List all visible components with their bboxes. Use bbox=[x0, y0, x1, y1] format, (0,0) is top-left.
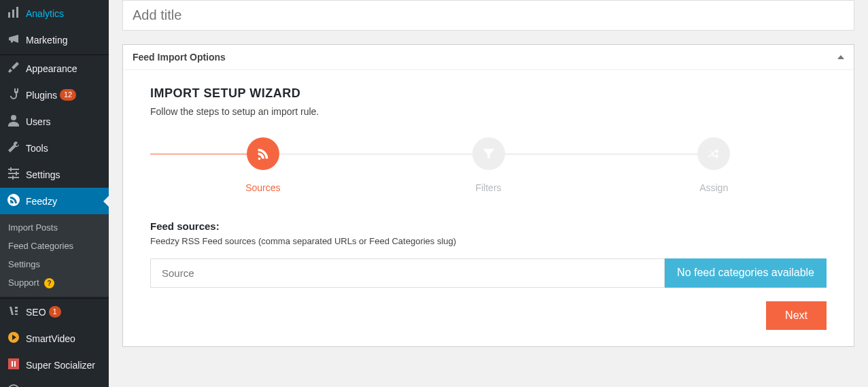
menu-item-marketing[interactable]: Marketing bbox=[0, 27, 109, 53]
admin-sidebar: AnalyticsMarketingAppearancePlugins12Use… bbox=[0, 0, 109, 387]
menu-item-smartvideo[interactable]: SmartVideo bbox=[0, 325, 109, 352]
menu-item-collapse-menu[interactable]: Collapse menu bbox=[0, 378, 109, 387]
title-input[interactable] bbox=[122, 0, 854, 31]
menu-label: Users bbox=[26, 116, 51, 127]
feed-import-panel: Feed Import Options IMPORT SETUP WIZARD … bbox=[122, 44, 854, 347]
submenu-item-settings[interactable]: Settings bbox=[0, 255, 109, 273]
wizard-steps: SourcesFiltersAssign bbox=[150, 137, 827, 193]
panel-body: IMPORT SETUP WIZARD Follow the steps to … bbox=[123, 70, 854, 346]
svg-point-3 bbox=[11, 115, 16, 120]
badge: 12 bbox=[60, 89, 76, 101]
menu-item-users[interactable]: Users bbox=[0, 108, 109, 135]
svg-rect-7 bbox=[10, 167, 12, 171]
funnel-icon bbox=[472, 137, 505, 170]
svg-rect-1 bbox=[12, 10, 14, 18]
menu-label: Tools bbox=[26, 143, 48, 154]
no-categories-button[interactable]: No feed categories available bbox=[665, 258, 827, 288]
caret-up-icon bbox=[837, 55, 844, 59]
svg-rect-0 bbox=[8, 12, 10, 18]
svg-rect-5 bbox=[8, 173, 19, 174]
menu-label: Marketing bbox=[26, 35, 67, 46]
feed-sources-subtitle: Feedzy RSS Feed sources (comma separated… bbox=[150, 236, 827, 246]
feedzy-icon bbox=[7, 193, 26, 209]
plug-icon bbox=[7, 87, 26, 103]
wrench-icon bbox=[7, 140, 26, 156]
submenu-item-support[interactable]: Support ? bbox=[0, 273, 109, 292]
svg-rect-2 bbox=[16, 7, 18, 18]
smartvideo-icon bbox=[7, 331, 26, 346]
svg-rect-8 bbox=[16, 171, 17, 175]
menu-label: Feedzy bbox=[26, 196, 57, 207]
step-label: Sources bbox=[245, 182, 280, 193]
menu-label: Appearance bbox=[26, 63, 77, 74]
svg-rect-4 bbox=[8, 169, 19, 170]
menu-item-appearance[interactable]: Appearance bbox=[0, 55, 109, 82]
menu-item-plugins[interactable]: Plugins12 bbox=[0, 82, 109, 108]
wizard-title: IMPORT SETUP WIZARD bbox=[150, 86, 827, 101]
menu-label: SEO bbox=[26, 307, 46, 318]
collapse-icon bbox=[7, 384, 26, 387]
step-assign[interactable]: Assign bbox=[601, 137, 827, 193]
sliders-icon bbox=[7, 167, 26, 182]
menu-label: SmartVideo bbox=[26, 333, 75, 344]
shuffle-icon bbox=[697, 137, 730, 170]
step-label: Filters bbox=[475, 182, 501, 193]
brush-icon bbox=[7, 61, 26, 76]
next-button[interactable]: Next bbox=[766, 301, 827, 330]
badge: 1 bbox=[49, 306, 61, 318]
menu-label: Settings bbox=[26, 169, 60, 180]
menu-label: Super Socializer bbox=[26, 360, 95, 371]
step-sources[interactable]: Sources bbox=[150, 137, 376, 193]
menu-label: Plugins bbox=[26, 90, 57, 101]
wizard-subtitle: Follow the steps to setup an import rule… bbox=[150, 106, 827, 117]
menu-item-tools[interactable]: Tools bbox=[0, 135, 109, 161]
step-filters[interactable]: Filters bbox=[376, 137, 602, 193]
menu-item-super-socializer[interactable]: Super Socializer bbox=[0, 352, 109, 378]
rss-icon bbox=[247, 137, 279, 170]
source-row: No feed categories available bbox=[150, 258, 827, 288]
menu-item-seo[interactable]: SEO1 bbox=[0, 299, 109, 325]
svg-rect-12 bbox=[8, 358, 19, 369]
submenu-item-import-posts[interactable]: Import Posts bbox=[0, 218, 109, 237]
socializer-icon bbox=[7, 357, 26, 373]
feed-sources-title: Feed sources: bbox=[150, 220, 827, 232]
source-input[interactable] bbox=[150, 258, 665, 288]
menu-label: Analytics bbox=[26, 8, 64, 19]
menu-item-settings[interactable]: Settings bbox=[0, 161, 109, 188]
help-icon: ? bbox=[44, 278, 54, 288]
menu-item-analytics[interactable]: Analytics bbox=[0, 0, 109, 27]
submenu: Import PostsFeed CategoriesSettingsSuppo… bbox=[0, 214, 109, 297]
svg-rect-9 bbox=[12, 175, 14, 180]
panel-header[interactable]: Feed Import Options bbox=[123, 45, 854, 70]
main-content: Feed Import Options IMPORT SETUP WIZARD … bbox=[109, 0, 868, 387]
user-icon bbox=[7, 114, 26, 129]
submenu-item-feed-categories[interactable]: Feed Categories bbox=[0, 237, 109, 255]
step-label: Assign bbox=[699, 182, 728, 193]
panel-title: Feed Import Options bbox=[133, 52, 226, 63]
seo-icon bbox=[7, 304, 26, 320]
menu-item-feedzy[interactable]: Feedzy bbox=[0, 188, 109, 214]
bars-icon bbox=[7, 5, 26, 21]
megaphone-icon bbox=[7, 32, 26, 48]
